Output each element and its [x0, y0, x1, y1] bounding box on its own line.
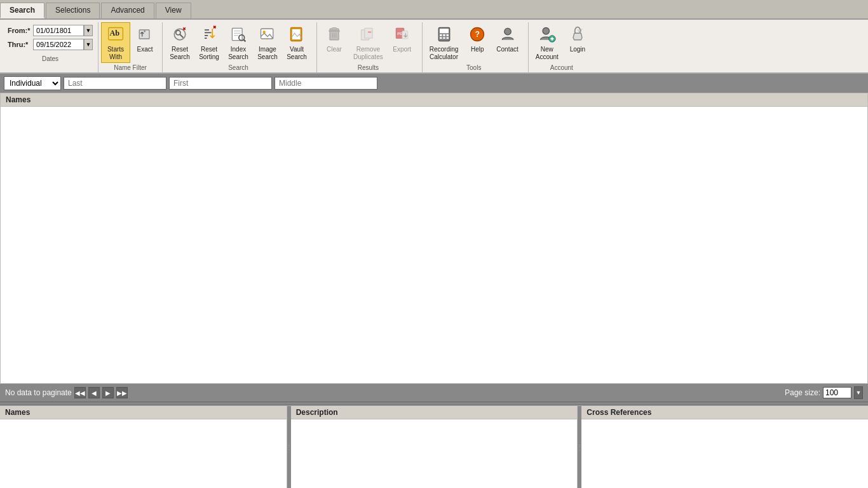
index-search-label: IndexSearch — [228, 46, 248, 61]
svg-rect-27 — [402, 31, 408, 39]
index-search-icon — [228, 24, 248, 44]
vault-search-icon — [287, 24, 307, 44]
bottom-names-header: Names — [0, 406, 287, 419]
starts-with-button[interactable]: Ab StartsWith — [101, 22, 130, 63]
svg-rect-3 — [144, 30, 146, 32]
bottom-panels: Names ⋮ Description ⋮ Cross References — [0, 405, 868, 488]
svg-rect-33 — [446, 34, 449, 36]
remove-duplicates-icon — [358, 24, 378, 44]
account-group-label: Account — [531, 64, 592, 72]
svg-line-12 — [243, 39, 245, 41]
svg-point-40 — [543, 28, 550, 35]
from-date-input[interactable] — [33, 25, 84, 36]
clear-button[interactable]: Clear — [320, 22, 349, 55]
svg-rect-34 — [440, 37, 442, 39]
index-search-button[interactable]: IndexSearch — [224, 22, 253, 63]
main-names-panel: Names — [0, 93, 868, 384]
bottom-cross-references-body — [581, 419, 868, 483]
recording-calculator-label: RecordingCalculator — [430, 46, 459, 61]
vault-search-label: VaultSearch — [287, 46, 307, 61]
contact-icon — [498, 24, 518, 44]
help-button[interactable]: ? Help — [463, 22, 492, 55]
svg-rect-18 — [332, 28, 337, 30]
search-group: ResetSearch ResetSorting — [163, 22, 317, 72]
first-page-button[interactable]: ◀◀ — [74, 387, 86, 398]
page-size-input[interactable] — [823, 387, 851, 398]
starts-with-label: StartsWith — [107, 46, 124, 61]
thru-date-input[interactable] — [33, 39, 84, 50]
bottom-description-header: Description — [291, 406, 578, 419]
tab-selections[interactable]: Selections — [46, 3, 100, 18]
login-button[interactable]: Login — [563, 22, 592, 55]
tools-group: RecordingCalculator ? Help — [423, 22, 529, 72]
reset-sorting-button[interactable]: ResetSorting — [194, 22, 224, 63]
pagination-right: Page size: ▼ — [785, 386, 863, 399]
thru-label: Thru:* — [8, 41, 33, 48]
name-filter-inner: Ab StartsWith Exact — [101, 22, 159, 63]
page-size-label: Page size: — [785, 388, 820, 397]
reset-sorting-icon — [199, 24, 219, 44]
search-group-label: Search — [165, 64, 311, 72]
contact-button[interactable]: Contact — [492, 22, 522, 55]
starts-with-icon: Ab — [105, 24, 126, 44]
first-name-input[interactable] — [169, 77, 272, 90]
exact-label: Exact — [137, 46, 153, 53]
tools-group-label: Tools — [425, 64, 523, 72]
vault-search-button[interactable]: VaultSearch — [282, 22, 311, 63]
from-label: From:* — [8, 27, 33, 34]
image-search-button[interactable]: ImageSearch — [253, 22, 282, 63]
no-data-text: No data to paginate — [5, 388, 72, 397]
last-name-input[interactable] — [64, 77, 166, 90]
dates-group-label: Dates — [8, 55, 93, 62]
svg-text:Ab: Ab — [109, 29, 119, 37]
recording-calculator-icon — [434, 24, 454, 44]
bottom-description-panel: Description — [291, 406, 578, 488]
svg-rect-36 — [446, 37, 449, 39]
recording-calculator-button[interactable]: RecordingCalculator — [425, 22, 463, 63]
image-search-icon — [257, 24, 278, 44]
search-bar: Individual — [0, 74, 868, 93]
prev-page-button[interactable]: ◀ — [88, 387, 100, 398]
svg-rect-23 — [365, 28, 372, 38]
search-group-inner: ResetSearch ResetSorting — [165, 22, 311, 63]
page-size-arrow[interactable]: ▼ — [854, 386, 863, 399]
results-group-inner: Clear RemoveDuplicates — [320, 22, 417, 63]
svg-rect-35 — [443, 37, 445, 39]
tab-search[interactable]: Search — [0, 3, 44, 18]
svg-point-14 — [263, 30, 266, 33]
exact-button[interactable]: Exact — [130, 22, 159, 55]
clear-icon — [324, 24, 344, 44]
bottom-names-panel: Names — [0, 406, 287, 488]
pagination-bar: No data to paginate ◀◀ ◀ ▶ ▶▶ Page size:… — [0, 384, 868, 402]
help-label: Help — [471, 46, 484, 53]
exact-icon — [135, 24, 155, 44]
names-panel-body — [1, 107, 867, 353]
tools-group-inner: RecordingCalculator ? Help — [425, 22, 523, 63]
reset-search-button[interactable]: ResetSearch — [165, 22, 194, 63]
middle-name-input[interactable] — [275, 77, 377, 90]
svg-rect-32 — [443, 34, 445, 36]
export-icon: PDF — [392, 24, 412, 44]
last-page-button[interactable]: ▶▶ — [116, 387, 128, 398]
next-page-button[interactable]: ▶ — [102, 387, 114, 398]
login-icon — [567, 24, 588, 44]
export-button[interactable]: PDF Export — [388, 22, 417, 55]
login-label: Login — [570, 46, 585, 53]
remove-duplicates-button[interactable]: RemoveDuplicates — [349, 22, 388, 63]
results-group-label: Results — [320, 64, 417, 72]
names-panel-header: Names — [1, 93, 867, 107]
search-type-select[interactable]: Individual — [4, 76, 61, 90]
thru-date-row: Thru:* ▼ — [8, 39, 93, 50]
thru-date-arrow[interactable]: ▼ — [84, 39, 93, 50]
results-group: Clear RemoveDuplicates — [317, 22, 423, 72]
image-search-label: ImageSearch — [257, 46, 278, 61]
reset-sorting-label: ResetSorting — [199, 46, 219, 61]
contact-label: Contact — [496, 46, 518, 53]
new-account-button[interactable]: NewAccount — [531, 22, 563, 63]
tab-bar: Search Selections Advanced View — [0, 0, 868, 20]
from-date-arrow[interactable]: ▼ — [84, 25, 93, 36]
bottom-cross-references-header: Cross References — [581, 406, 868, 419]
tab-advanced[interactable]: Advanced — [101, 3, 154, 18]
tab-view[interactable]: View — [156, 3, 191, 18]
svg-line-6 — [180, 34, 183, 37]
